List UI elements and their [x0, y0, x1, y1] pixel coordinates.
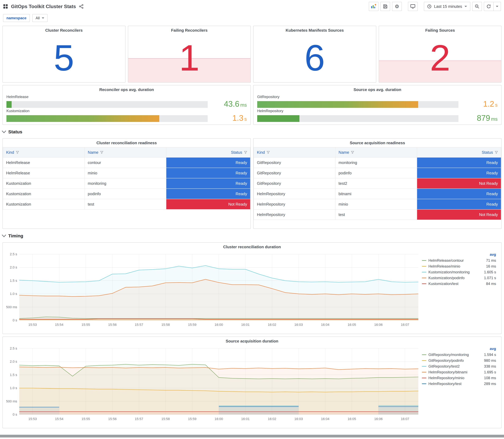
svg-text:500 ms: 500 ms [6, 399, 17, 403]
legend-series-avg: 338 ms [479, 364, 496, 368]
panel-title[interactable]: Cluster Reconcilers [3, 26, 125, 35]
column-header-status[interactable]: Status [417, 147, 501, 157]
status-badge: Not Ready [166, 199, 250, 209]
cell-kind: GitRepository [254, 157, 335, 168]
gauge-value-unit: s [244, 116, 247, 122]
svg-text:16:07: 16:07 [401, 417, 409, 421]
panel-title[interactable]: Failing Reconcilers [128, 26, 251, 35]
legend-item[interactable]: GitRepository/test2338 ms [422, 364, 496, 369]
section-timing[interactable]: Timing [2, 232, 502, 240]
legend-item[interactable]: Kustomization/podinfo1.071 s [422, 275, 496, 281]
legend-series-name: HelmRepository/test [429, 382, 477, 386]
refresh-interval-dropdown[interactable] [494, 2, 501, 11]
stat-panel: Failing Sources2 [379, 26, 502, 83]
panel-title[interactable]: Cluster reconciliation duration [3, 243, 501, 251]
caret-down-icon [42, 17, 44, 19]
svg-text:15:57: 15:57 [135, 323, 143, 327]
legend-series-name: HelmRepository/minio [429, 376, 477, 380]
refresh-icon [486, 4, 491, 9]
filter-icon[interactable] [267, 151, 270, 154]
legend-series-marker [422, 283, 426, 284]
column-header-name[interactable]: Name [335, 147, 417, 157]
add-panel-button[interactable] [369, 2, 379, 11]
legend-series-marker [422, 366, 426, 367]
panel-title[interactable]: Source acquisition readiness [254, 139, 501, 147]
zoom-out-button[interactable] [472, 2, 482, 11]
svg-text:16:06: 16:06 [374, 323, 383, 327]
status-badge: Ready [417, 189, 501, 199]
dashboard-settings-button[interactable]: ⚙ [392, 2, 402, 11]
svg-text:16:03: 16:03 [294, 323, 303, 327]
cycle-view-button[interactable] [408, 2, 418, 11]
table-row: GitRepositorytest2Not Ready [254, 178, 501, 189]
legend-item[interactable]: HelmRepository/bitnami1.695 s [422, 369, 496, 375]
legend-series-marker [422, 372, 426, 372]
panel-title[interactable]: Source acquisition duration [3, 337, 501, 345]
time-series-chart[interactable]: 0 s500 ms1.0 s1.5 s2.0 s2.5 s15:5315:541… [3, 251, 422, 328]
filter-icon[interactable] [16, 151, 19, 154]
legend-item[interactable]: HelmRelease/minio16 ms [422, 263, 496, 269]
refresh-button[interactable] [484, 2, 494, 11]
legend-series-avg: 1.071 s [479, 276, 496, 280]
time-series-chart[interactable]: 0 s500 ms1.0 s1.5 s2.0 s2.5 s15:5315:541… [3, 345, 422, 423]
chart-legend: avgGitRepository/monitoring1.594 sGitRep… [422, 345, 499, 387]
column-header-kind[interactable]: Kind [3, 147, 85, 157]
legend-avg-header[interactable]: avg [490, 252, 496, 256]
cell-kind: Kustomization [3, 189, 85, 199]
apps-grid-icon[interactable] [3, 4, 8, 9]
section-status[interactable]: Status [2, 128, 502, 136]
cell-name: podinfo [85, 189, 166, 199]
legend-item[interactable]: HelmRelease/contour71 ms [422, 257, 496, 263]
column-label: Name [88, 150, 98, 155]
column-header-kind[interactable]: Kind [254, 147, 335, 157]
stat-panel: Kubernetes Manifests Sources6 [253, 26, 376, 83]
legend-item[interactable]: GitRepository/podinfo980 ms [422, 358, 496, 364]
panel-title[interactable]: Reconciler ops avg. duration [3, 85, 250, 94]
cell-name: test [335, 209, 417, 220]
panel-title[interactable]: Cluster reconciliation readiness [3, 139, 250, 147]
stat-value: 1 [128, 35, 251, 82]
share-icon[interactable] [79, 4, 84, 9]
legend-avg-header[interactable]: avg [490, 347, 496, 351]
svg-text:16:06: 16:06 [374, 417, 383, 421]
cell-kind: Kustomization [3, 178, 85, 189]
legend-item[interactable]: GitRepository/monitoring1.594 s [422, 352, 496, 358]
gauge-track [257, 115, 458, 122]
panel-title[interactable]: Source ops avg. duration [254, 85, 501, 94]
gauge-value: 43.6ms [212, 100, 247, 108]
gauge-label: HelmRepository [257, 109, 498, 113]
chart-plot: 0 s500 ms1.0 s1.5 s2.0 s2.5 s15:5315:541… [3, 345, 422, 424]
panel-title[interactable]: Kubernetes Manifests Sources [254, 26, 376, 35]
clock-icon [427, 4, 431, 9]
legend-item[interactable]: Kustomization/test84 ms [422, 281, 496, 287]
bottom-scrollbar[interactable] [0, 435, 504, 438]
filter-icon[interactable] [100, 151, 103, 154]
legend-item[interactable]: HelmRepository/minio108 ms [422, 375, 496, 381]
svg-text:1.5 s: 1.5 s [10, 373, 17, 377]
variable-value-dropdown[interactable]: All [32, 14, 48, 22]
table-row: GitRepositorymonitoringReady [254, 157, 501, 168]
stat-value: 2 [379, 35, 501, 82]
gauge-fill [257, 101, 418, 108]
panel-title[interactable]: Failing Sources [379, 26, 501, 35]
filter-icon[interactable] [351, 151, 354, 154]
column-header-name[interactable]: Name [85, 147, 166, 157]
legend-series-avg: 980 ms [479, 358, 496, 363]
gauge-track [257, 101, 458, 108]
filter-icon[interactable] [495, 151, 498, 154]
legend-item[interactable]: HelmRepository/test289 ms [422, 381, 496, 387]
svg-text:15:57: 15:57 [135, 417, 143, 421]
status-badge: Not Ready [417, 209, 501, 220]
time-range-picker[interactable]: Last 15 minutes [424, 2, 470, 11]
column-header-status[interactable]: Status [166, 147, 250, 157]
save-dashboard-button[interactable] [380, 2, 390, 11]
tables-row: Cluster reconciliation readinessKindName… [2, 138, 502, 229]
readiness-table: KindNameStatusGitRepositorymonitoringRea… [254, 147, 501, 220]
column-label: Status [482, 150, 493, 155]
filter-icon[interactable] [244, 151, 247, 154]
cell-name: minio [335, 199, 417, 209]
svg-text:16:04: 16:04 [321, 323, 329, 327]
gauge-fill [257, 115, 299, 122]
legend-item[interactable]: Kustomization/monitoring1.605 s [422, 269, 496, 275]
legend-series-name: Kustomization/test [429, 282, 477, 286]
